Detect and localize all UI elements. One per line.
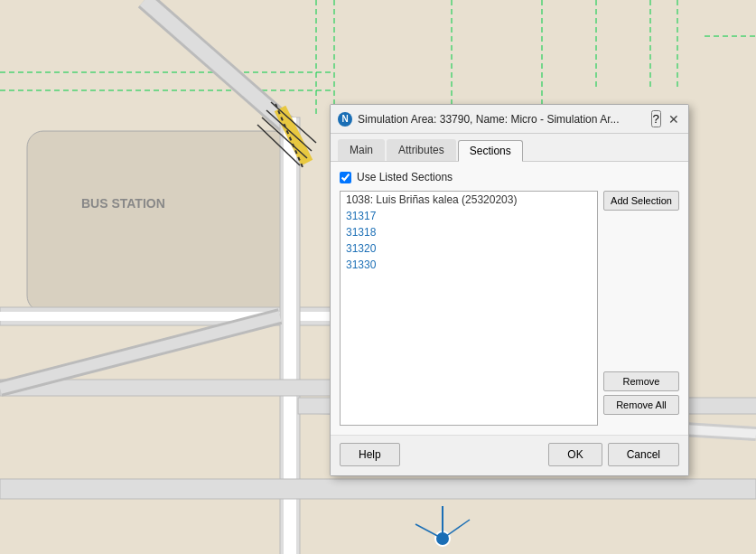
ok-button[interactable]: OK bbox=[548, 443, 602, 466]
help-button[interactable]: Help bbox=[340, 443, 400, 466]
dialog-content: Use Listed Sections 1038: Luis Briñas ka… bbox=[331, 162, 688, 435]
dialog-close-button[interactable]: ✕ bbox=[667, 112, 681, 127]
sections-buttons: Add Selection Remove Remove All bbox=[603, 191, 679, 415]
footer-right: OK Cancel bbox=[548, 443, 679, 466]
cancel-button[interactable]: Cancel bbox=[608, 443, 679, 466]
use-listed-sections-checkbox[interactable] bbox=[340, 172, 351, 183]
dialog-overlay: N Simulation Area: 33790, Name: Micro - … bbox=[0, 0, 756, 554]
tab-sections[interactable]: Sections bbox=[458, 140, 523, 162]
add-selection-button[interactable]: Add Selection bbox=[603, 191, 679, 211]
dialog-titlebar-help-button[interactable]: ? bbox=[651, 110, 661, 127]
list-item[interactable]: 31318 bbox=[341, 224, 597, 240]
remove-button[interactable]: Remove bbox=[603, 371, 679, 391]
use-listed-sections-label: Use Listed Sections bbox=[357, 171, 453, 183]
sections-list[interactable]: 1038: Luis Briñas kalea (25320203)313173… bbox=[340, 191, 598, 426]
dialog-title: Simulation Area: 33790, Name: Micro - Si… bbox=[358, 113, 646, 126]
tab-attributes[interactable]: Attributes bbox=[387, 139, 456, 161]
list-item[interactable]: 31320 bbox=[341, 240, 597, 257]
simulation-area-dialog: N Simulation Area: 33790, Name: Micro - … bbox=[330, 104, 689, 476]
sections-btn-group-bottom: Remove Remove All bbox=[603, 371, 679, 415]
dialog-footer: Help OK Cancel bbox=[331, 435, 688, 475]
dialog-tabs: Main Attributes Sections bbox=[331, 134, 688, 162]
tab-main[interactable]: Main bbox=[338, 139, 385, 161]
dialog-titlebar: N Simulation Area: 33790, Name: Micro - … bbox=[331, 105, 688, 134]
sections-area: 1038: Luis Briñas kalea (25320203)313173… bbox=[340, 191, 679, 426]
remove-all-button[interactable]: Remove All bbox=[603, 395, 679, 415]
list-item[interactable]: 31317 bbox=[341, 208, 597, 224]
footer-left: Help bbox=[340, 443, 400, 466]
list-item[interactable]: 1038: Luis Briñas kalea (25320203) bbox=[341, 192, 597, 208]
app-icon: N bbox=[338, 112, 352, 127]
use-listed-sections-row: Use Listed Sections bbox=[340, 171, 679, 183]
list-item[interactable]: 31330 bbox=[341, 257, 597, 273]
